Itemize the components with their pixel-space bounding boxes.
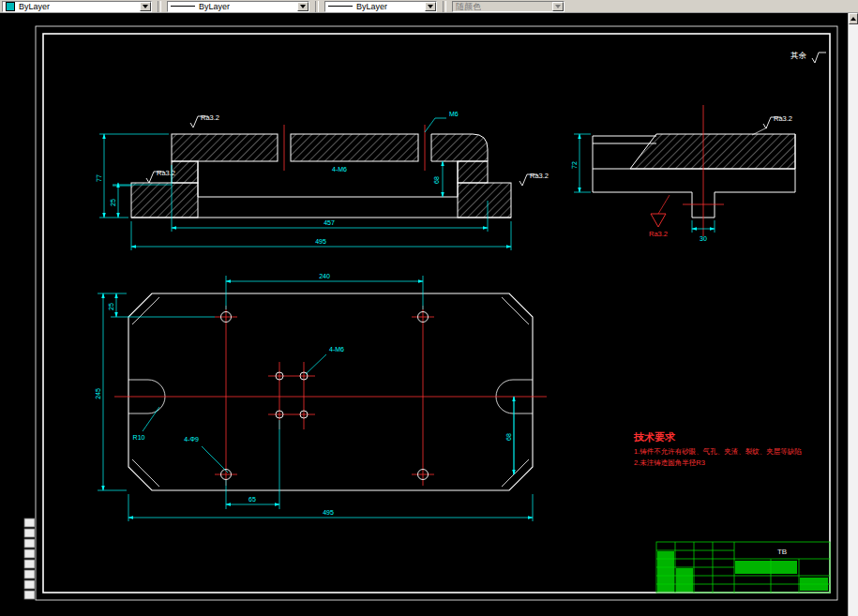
side-button (24, 539, 35, 548)
front-outline (131, 134, 511, 218)
svg-text:Ra3.2: Ra3.2 (530, 172, 549, 180)
tech-requirements-title: 技术要求 (633, 431, 676, 443)
color-dropdown[interactable]: ByLayer (2, 1, 152, 12)
linetype-value: ByLayer (199, 2, 230, 11)
plan-centerlines (114, 306, 547, 486)
drawing-sheet: 其余 (0, 13, 848, 616)
svg-text:4-M6: 4-M6 (332, 166, 347, 173)
plan-holes (221, 312, 429, 480)
chevron-down-icon[interactable] (425, 2, 436, 11)
svg-text:Ra3.2: Ra3.2 (774, 114, 792, 123)
plan-dimension-text: 240 245 25 68 65 495 4-Φ9 4-M6 R10 (95, 273, 512, 516)
plan-dimension-lines (98, 276, 533, 521)
side-outline (593, 134, 795, 218)
side-button (24, 580, 35, 589)
color-value: ByLayer (19, 2, 50, 11)
side-button (24, 570, 35, 578)
chevron-down-icon[interactable] (140, 2, 151, 11)
chevron-down-icon[interactable] (297, 2, 309, 11)
svg-text:72: 72 (571, 161, 578, 169)
linetype-sample-icon (171, 6, 195, 7)
arrow-up-icon (850, 17, 856, 21)
plotstyle-dropdown: 随颜色 (452, 1, 564, 12)
svg-text:30: 30 (700, 235, 707, 242)
linetype-dropdown[interactable]: ByLayer (167, 1, 309, 12)
drawing-canvas[interactable]: 其余 (0, 13, 848, 616)
svg-text:Ra3.2: Ra3.2 (649, 230, 668, 238)
plotstyle-value: 随颜色 (456, 2, 481, 11)
svg-text:240: 240 (319, 273, 330, 279)
side-roughness: Ra3.2 Ra3.2 (649, 114, 792, 238)
tech-requirements: 技术要求 1.铸件不允许有砂眼、气孔、夹渣、裂纹、夹层等缺陷 2.未注铸造圆角半… (633, 431, 802, 467)
chevron-down-icon (552, 2, 564, 11)
svg-text:495: 495 (323, 509, 334, 516)
side-dimension-text: 72 30 (571, 161, 707, 242)
tech-requirements-note: 1.铸件不允许有砂眼、气孔、夹渣、裂纹、夹层等缺陷 (634, 447, 802, 456)
plan-outline (128, 293, 533, 490)
svg-text:Ra3.2: Ra3.2 (157, 169, 175, 177)
front-section-view: Ra3.2 Ra3.2 Ra3.2 457 495 77 25 (96, 111, 549, 250)
side-button (24, 591, 35, 599)
side-button (24, 560, 35, 568)
vertical-scrollbar[interactable] (848, 13, 858, 616)
lineweight-value: ByLayer (356, 2, 387, 11)
toolbar-separator (158, 1, 161, 12)
svg-text:65: 65 (248, 496, 256, 503)
side-button-strip[interactable] (24, 518, 35, 599)
front-dimension-text: 457 495 77 25 68 M6 4-M6 (96, 111, 459, 245)
side-button (24, 549, 35, 558)
object-properties-toolbar: ByLayer ByLayer ByLayer 随颜色 (0, 0, 858, 13)
title-block-code: TB (777, 548, 787, 556)
svg-text:25: 25 (108, 303, 114, 310)
plan-view: 240 245 25 68 65 495 4-Φ9 4-M6 R10 (95, 273, 547, 521)
svg-text:25: 25 (110, 199, 116, 206)
side-button (24, 529, 35, 537)
lineweight-sample-icon (328, 6, 353, 7)
svg-text:68: 68 (505, 433, 512, 441)
svg-text:68: 68 (433, 176, 440, 184)
side-button (24, 518, 35, 527)
svg-text:M6: M6 (449, 111, 459, 117)
title-block-filled-cells (657, 551, 828, 592)
title-block: TB (656, 542, 830, 593)
svg-text:Ra3.2: Ra3.2 (201, 113, 219, 122)
toolbar-separator (315, 1, 319, 12)
general-roughness-note: 其余 (790, 51, 826, 63)
side-centerlines (683, 105, 724, 236)
toolbar-separator (443, 1, 446, 12)
sheet-border (36, 26, 837, 600)
roughness-check-icon (812, 53, 826, 63)
datum-triangle-icon (651, 214, 666, 227)
plan-chamfer-lines (128, 297, 533, 487)
color-swatch-icon (6, 2, 15, 11)
svg-text:4-M6: 4-M6 (329, 346, 344, 353)
scroll-up-button[interactable] (849, 13, 858, 24)
svg-text:245: 245 (95, 388, 101, 399)
svg-text:77: 77 (96, 174, 102, 182)
svg-text:457: 457 (324, 219, 335, 226)
svg-text:其余: 其余 (790, 51, 807, 60)
svg-text:4-Φ9: 4-Φ9 (184, 436, 199, 443)
side-section-view: Ra3.2 Ra3.2 72 30 (571, 105, 795, 242)
lineweight-dropdown[interactable]: ByLayer (324, 1, 437, 12)
tech-requirements-note: 2.未注铸造圆角半径R3 (634, 458, 705, 467)
svg-text:495: 495 (315, 238, 326, 245)
svg-text:R10: R10 (133, 434, 145, 441)
